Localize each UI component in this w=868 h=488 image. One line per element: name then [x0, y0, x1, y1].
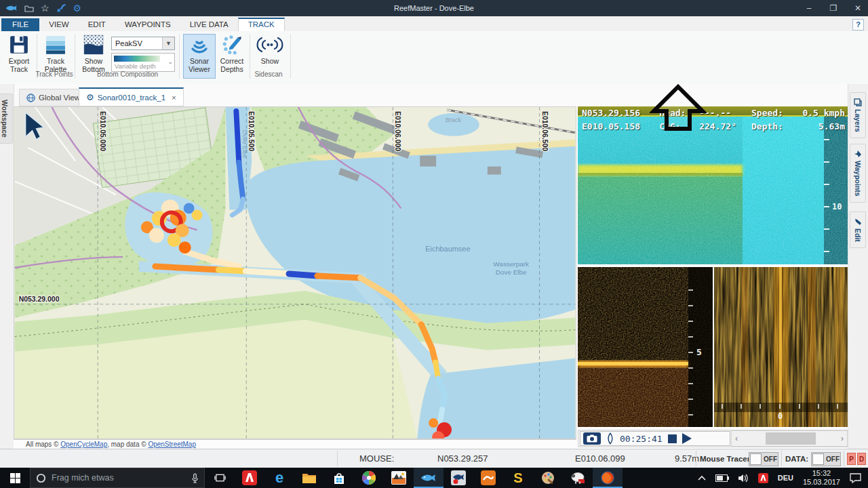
edit-panel-tab[interactable]: Edit [850, 211, 866, 248]
openstreetmap-link[interactable]: OpenStreetMap [148, 441, 196, 448]
pdf24-sheep-icon [570, 471, 585, 485]
export-track-button[interactable]: ExportTrack [3, 34, 35, 79]
taskbar-paint-app[interactable] [533, 468, 563, 488]
folder-icon [302, 472, 317, 484]
restore-button[interactable]: ❐ [827, 3, 840, 13]
grid-label-e010-06-500: E010.06.500 [541, 111, 549, 151]
sidescan-panel[interactable]: 0 [714, 267, 848, 427]
speed-label: Speed: [751, 108, 800, 118]
tab-global-view[interactable]: Global View [19, 89, 87, 106]
pencil-icon [854, 218, 862, 226]
workspace-panel-tab[interactable]: Workspace [0, 94, 13, 144]
scroll-right-icon[interactable]: › [841, 433, 844, 443]
sonar-viewer-button[interactable]: SonarViewer [183, 34, 216, 79]
battery-icon[interactable] [715, 474, 729, 482]
start-button[interactable] [0, 468, 30, 488]
cortana-search-box[interactable]: Frag mich etwas [30, 468, 205, 488]
speed-value: 0.5 kmph [800, 108, 845, 118]
taskbar-photos[interactable] [384, 468, 414, 488]
taskbar-orange-app[interactable] [473, 468, 503, 488]
ribbon-track: ExportTrack TrackPalette Track Points Sh… [0, 31, 868, 85]
layers-icon [854, 98, 862, 106]
toggle-state: OFF [764, 455, 777, 463]
depth-value: 5.63m [800, 121, 845, 131]
document-tab-strip: Global View ⚙ Sonar0010_track_1 × [14, 84, 848, 106]
opencyclemap-link[interactable]: OpenCycleMap [60, 441, 107, 448]
close-button[interactable]: ✕ [852, 3, 864, 13]
layers-panel-tab[interactable]: Layers [850, 92, 866, 138]
taskbar-pdf24[interactable] [563, 468, 593, 488]
waypoints-panel-tab[interactable]: Waypoints [850, 144, 866, 203]
depth-gradient-bar [114, 56, 160, 62]
scroll-left-icon[interactable]: ‹ [735, 433, 738, 443]
avira-icon [242, 470, 257, 485]
palette-select[interactable]: PeakSV▼ [111, 37, 175, 50]
avira-tray-icon[interactable] [758, 473, 768, 483]
tab-view[interactable]: VIEW [39, 18, 78, 31]
minimize-button[interactable]: – [803, 3, 815, 13]
place-label-wasserpark-1: Wasserpark [493, 260, 529, 268]
scrollbar-thumb[interactable] [766, 432, 816, 445]
depth-mode-label: Variable depth [115, 62, 156, 70]
screenshot-button[interactable] [583, 432, 601, 445]
data-label: DATA: [785, 455, 808, 463]
chevron-down-icon[interactable]: ▼ [162, 37, 174, 49]
d-button[interactable]: D [857, 453, 866, 465]
toggle-state: OFF [826, 455, 840, 463]
tab-track[interactable]: TRACK [238, 18, 285, 31]
mouse-tracer-label: Mouse Tracer: [700, 455, 753, 463]
sonartrx-icon [451, 470, 466, 485]
tab-edit[interactable]: EDIT [79, 18, 115, 31]
orange-app-icon [481, 470, 496, 485]
downscan-panel[interactable]: 5 [578, 267, 713, 427]
language-indicator[interactable]: DEU [778, 474, 793, 482]
taskbar-avira[interactable] [235, 468, 264, 488]
place-label-eichbaumsee: Eichbaumsee [425, 245, 470, 253]
place-label-dove-elbe: Dove Elbe [241, 130, 248, 158]
tab-label: Sonar0010_track_1 [98, 94, 165, 102]
boat-icon[interactable] [606, 432, 614, 445]
stop-button[interactable] [668, 434, 677, 443]
tab-file[interactable]: FILE [1, 18, 39, 31]
mouse-lon: E010.06.099 [575, 453, 625, 464]
taskbar-picasa[interactable] [354, 468, 384, 488]
tray-expand-icon[interactable] [698, 475, 706, 481]
sidescan-waves-icon [256, 35, 283, 55]
group-sidescan: Sidescan [248, 70, 289, 78]
taskbar-edge[interactable]: e [264, 468, 294, 488]
toggle-knob [812, 453, 824, 465]
correct-depths-button[interactable]: CorrectDepths [216, 34, 248, 79]
annotation-arrow-up [650, 84, 707, 131]
picasa-pinwheel-icon [361, 470, 376, 485]
mouse-tracer-toggle[interactable]: OFF [749, 452, 778, 466]
action-center-icon[interactable] [850, 473, 861, 483]
taskbar-sonartrx[interactable] [443, 468, 473, 488]
map-canvas[interactable]: E010.05.000 E010.05.500 E010.06.000 E010… [14, 107, 576, 439]
taskbar-store[interactable] [324, 468, 354, 488]
grid-label-e010-05-000: E010.05.000 [99, 111, 106, 151]
help-button[interactable]: ? [852, 19, 864, 30]
clock[interactable]: 15:32 15.03.2017 [803, 469, 840, 487]
tab-waypoints[interactable]: WAYPOINTS [115, 18, 180, 31]
place-label-brack: Brack [446, 117, 461, 123]
map-view[interactable]: E010.05.000 E010.05.500 E010.06.000 E010… [14, 106, 576, 439]
close-tab-icon[interactable]: × [172, 94, 176, 102]
taskbar-firefox[interactable] [593, 468, 623, 488]
taskbar-sygic[interactable]: S [503, 468, 533, 488]
taskbar-reefmaster[interactable] [414, 468, 443, 488]
task-view-icon [214, 473, 226, 483]
taskbar-file-explorer[interactable] [294, 468, 324, 488]
sonar-scrollbar[interactable]: ‹ › [731, 430, 848, 447]
sonar-lat: N053.29.156 [582, 108, 659, 118]
volume-icon[interactable] [738, 474, 749, 483]
play-button[interactable] [682, 433, 692, 444]
chevron-down-icon[interactable]: ⌄ [167, 58, 173, 65]
data-toggle[interactable]: OFF [811, 452, 841, 466]
microphone-icon[interactable] [191, 473, 199, 483]
group-bottom-composition: Bottom Composition [77, 70, 178, 78]
task-view-button[interactable] [205, 468, 235, 488]
tab-sonar-track[interactable]: ⚙ Sonar0010_track_1 × [79, 87, 184, 106]
tab-live-data[interactable]: LIVE DATA [180, 18, 238, 31]
depth-mode-select[interactable]: Variable depth ⌄ [111, 53, 175, 72]
p-button[interactable]: P [847, 453, 856, 465]
